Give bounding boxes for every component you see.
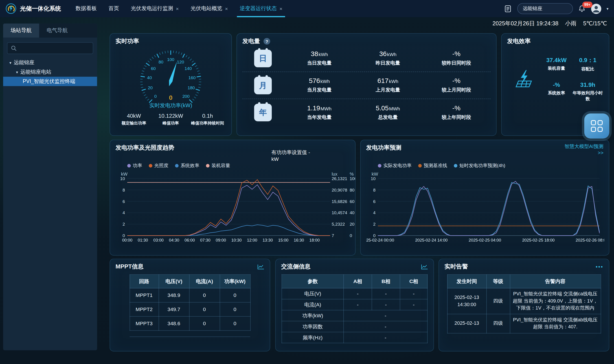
stat-value: 576kWh [285,77,353,85]
stat-value: 0.9：1 [572,57,603,64]
tree-item-2[interactable]: PVI_智能光伏监控终端 [3,77,97,86]
nav-tab-2[interactable]: 光伏发电运行监测× [125,0,185,17]
legend-dot [378,164,382,168]
cell: MPPT2 [130,302,159,316]
avatar[interactable] [591,3,601,14]
sidebar-tab-0[interactable]: 场站导航 [3,24,39,38]
panel-title: 发电功率预测 [366,144,401,151]
mppt-panel: MPPT信息 回路电压(V)电流(A)功率(kW)MPPT1348.900MPP… [110,259,270,351]
station-tree: ▾远能锦座▾远能锦座电站PVI_智能光伏监控终端 [3,58,97,86]
chevron-down-icon[interactable]: ▾ [607,7,609,11]
column-header: 电压(V) [159,274,189,288]
tree-caret-icon[interactable]: ▾ [16,70,18,74]
cell: 0 [220,302,250,316]
quick-menu-button[interactable] [584,114,609,139]
legend-item-2[interactable]: 短时发电功率预测(4h) [454,162,505,169]
svg-text:2025-02-26 08:00: 2025-02-26 08:00 [576,238,604,242]
stat-unit: kWh [319,52,328,57]
svg-text:2025-02-25 04:00: 2025-02-25 04:00 [468,238,501,242]
ac-side-table: 参数A相B相C相电压(V)---电流(A)---功率(kW)-功率因数-频率(H… [281,274,428,343]
sidebar-tab-1[interactable]: 电气导航 [39,24,75,38]
param-cell: 频率(Hz) [282,332,344,343]
efficiency-stat-1: 0.9：1容配比 [572,57,603,72]
stat-label: 装机容量 [541,65,572,71]
legend-item-0[interactable]: 功率 [127,162,142,169]
tree-caret-icon[interactable]: ▾ [9,61,12,65]
temperature-text: 5℃/15℃ [583,20,607,27]
tree-item-1[interactable]: ▾远能锦座电站 [3,67,97,77]
nav-tab-3[interactable]: 光伏电站概览× [185,0,234,17]
legend-item-0[interactable]: 实际发电功率 [378,162,412,169]
param-cell: 电流(A) [282,299,344,310]
svg-text:2025-02-24 14:00: 2025-02-24 14:00 [415,238,448,242]
ac-side-panel: 交流侧信息 参数A相B相C相电压(V)---电流(A)---功率(kW)-功率因… [275,259,434,351]
alarm-level: 四级 [486,314,510,333]
svg-text:180: 180 [187,85,195,90]
svg-text:13:30: 13:30 [263,238,273,242]
stat-label: 总发电量 [354,114,422,121]
table-row: 频率(Hz)- [282,332,427,343]
cell: - [344,299,372,310]
table-row[interactable]: 2025-02-13四级PVI_智能光伏监控终端 交流侧ab线电压超限 当前值为… [447,314,601,333]
realtime-stats: 40kW额定输出功率10.122kW峰值功率0.1h峰值功率持续时间 [116,113,226,126]
svg-text:6: 6 [122,199,125,204]
close-tab-icon[interactable]: × [225,6,228,12]
forecast-chart-panel: 发电功率预测 智慧大模型AI预测 >> 实际发电功率预测基准线短时发电功率预测(… [360,140,609,255]
cell: 349.7 [159,302,189,316]
stat-unit: kWh [387,52,397,57]
svg-text:0: 0 [154,94,157,99]
svg-text:120: 120 [177,60,184,64]
tree-item-label: 远能锦座 [14,59,34,66]
svg-text:100: 100 [350,176,355,181]
close-tab-icon[interactable]: × [280,6,282,12]
stat-value: 5.05MWh [354,104,422,112]
tree-item-label: PVI_智能光伏监控终端 [23,78,75,85]
legend-item-1[interactable]: 光照度 [149,162,168,169]
realtime-stat-1: 10.122kW峰值功率 [152,113,189,126]
svg-text:8: 8 [373,188,376,193]
param-cell: 功率(kW) [282,310,344,321]
svg-text:12:00: 12:00 [247,238,257,242]
active-power-setpoint: 有功功率设置值 - kW [271,150,323,163]
nav-tab-label: 逆变器运行状态 [240,5,277,12]
svg-text:2: 2 [122,222,125,226]
gauge-area: 020406080100120140160180200 0 实时发电功率(kW)… [116,45,226,126]
legend-item-3[interactable]: 装机容量 [206,162,230,169]
line-chart-icon[interactable] [421,264,428,269]
table-row[interactable]: 2025-02-13 14:30:00四级PVI_智能光伏监控终端 交流侧ca线… [447,288,601,314]
efficiency-stat-2: -%系统效率 [541,81,572,102]
panel-title: 实时告警 [444,263,468,271]
station-search-input[interactable] [517,3,573,14]
realtime-stat-2: 0.1h峰值功率持续时间 [189,113,226,126]
sidebar-search-input[interactable] [19,45,89,51]
nav-tab-1[interactable]: 首页 [103,0,125,17]
notifications-button[interactable]: 99+ [578,5,586,13]
svg-text:7: 7 [332,233,334,238]
panel-title: 交流侧信息 [281,263,311,271]
stat-label: 容配比 [572,66,603,72]
legend-label: 预测基准线 [424,162,447,169]
svg-text:80: 80 [350,188,354,193]
help-icon[interactable]: ? [264,38,270,45]
report-icon[interactable] [504,4,512,13]
stat-label: 年等效利用小时数 [572,90,603,102]
tree-item-0[interactable]: ▾远能锦座 [3,58,97,67]
nav-tab-0[interactable]: 数据看板 [70,0,103,17]
more-icon[interactable]: ••• [596,264,603,270]
legend-item-1[interactable]: 预测基准线 [418,162,447,169]
ai-forecast-link[interactable]: 智慧大模型AI预测 >> [565,143,603,156]
close-tab-icon[interactable]: × [176,6,179,12]
legend-item-2[interactable]: 系统效率 [175,162,199,169]
line-chart-icon[interactable] [257,264,264,269]
svg-text:6: 6 [373,199,376,204]
energy-stat: -%较上年同时段 [422,104,491,121]
stat-label: 上月发电量 [354,87,422,93]
stat-label: 较上年同时段 [422,114,491,121]
calendar-icon: 月 [254,77,272,94]
search-icon [11,45,16,51]
alarm-list[interactable]: 发生时间等级告警内容2025-02-13 14:30:00四级PVI_智能光伏监… [444,271,603,339]
alarm-time: 2025-02-13 14:30:00 [447,288,486,314]
nav-tab-4[interactable]: 逆变器运行状态× [234,0,288,17]
stat-value: 36kWh [354,50,422,58]
cell: - [344,288,372,299]
